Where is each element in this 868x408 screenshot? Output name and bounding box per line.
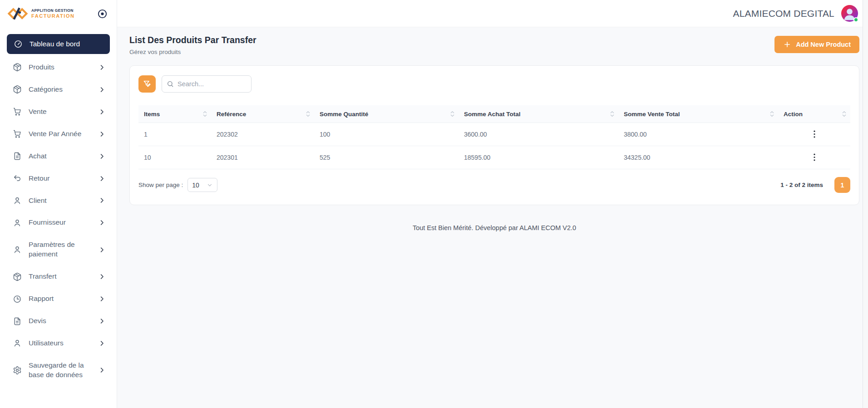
table-header-row: ItemsReférenceSomme QuantitéSomme Achat … (138, 105, 850, 123)
chevron-right-icon (99, 197, 105, 204)
sidebar-item-produits[interactable]: Produits (7, 56, 110, 79)
per-page-label: Show per page : (138, 182, 183, 188)
table-cell: 3600.00 (459, 123, 618, 146)
row-actions-button[interactable] (811, 129, 818, 139)
invoice-icon (13, 317, 22, 326)
target-icon (97, 9, 108, 19)
sidebar-item-label: Vente Par Année (29, 129, 92, 139)
invoice-icon (13, 152, 22, 161)
column-header-somme-vente-total[interactable]: Somme Vente Total (618, 105, 778, 123)
kebab-icon (814, 153, 815, 161)
sort-icon[interactable] (202, 110, 207, 118)
table-cell: 34325.00 (618, 146, 778, 169)
chevron-right-icon (99, 246, 105, 253)
plus-icon (783, 40, 791, 49)
column-header-somme-achat-total[interactable]: Somme Achat Total (459, 105, 618, 123)
sidebar-item-parametres-de-paiement[interactable]: Paramètres de paiement (7, 234, 110, 265)
sidebar-item-fournisseur[interactable]: Fournisseur (7, 211, 110, 234)
logo-mark-icon (7, 6, 28, 22)
sidebar-item-devis[interactable]: Devis (7, 310, 110, 332)
products-card: ItemsReférenceSomme QuantitéSomme Achat … (129, 65, 859, 205)
table-cell: 3800.00 (618, 123, 778, 146)
search-input[interactable] (162, 75, 252, 93)
sidebar-item-client[interactable]: Client (7, 190, 110, 212)
sidebar-item-vente-par-annee[interactable]: Vente Par Année (7, 123, 110, 145)
column-header-items[interactable]: Items (138, 105, 211, 123)
sidebar-item-label: Paramètres de paiement (29, 240, 92, 259)
sidebar-item-label: Vente (29, 107, 92, 117)
page-subtitle: Gérez vos produits (129, 49, 256, 55)
table-toolbar (138, 75, 850, 93)
per-page-value: 10 (192, 182, 199, 189)
table-row: 12023021003600.003800.00 (138, 123, 850, 146)
chevron-right-icon (99, 367, 105, 374)
sidebar-menu: Tableau de bordProduitsCatégoriesVenteVe… (0, 27, 117, 391)
column-label: Items (144, 111, 160, 118)
sidebar-item-label: Client (29, 196, 92, 206)
sidebar-item-vente[interactable]: Vente (7, 101, 110, 123)
table-cell: 100 (314, 123, 459, 146)
sidebar-item-tableau-de-bord[interactable]: Tableau de bord (7, 34, 110, 54)
sidebar-item-categories[interactable]: Catégories (7, 79, 110, 101)
user-icon (13, 218, 22, 227)
chevron-right-icon (99, 340, 105, 347)
sort-icon[interactable] (842, 110, 847, 118)
sidebar-item-sauvegarde-de-la-base-de-donnees[interactable]: Sauvegarde de la base de données (7, 354, 110, 386)
sidebar-item-retour[interactable]: Retour (7, 167, 110, 190)
row-actions-button[interactable] (811, 152, 818, 162)
page-1-button[interactable]: 1 (834, 177, 850, 193)
sidebar-item-label: Tableau de bord (30, 39, 104, 49)
chevron-right-icon (99, 273, 105, 280)
sidebar-item-utilisateurs[interactable]: Utilisateurs (7, 332, 110, 354)
clock-icon (13, 295, 22, 304)
package-icon (13, 272, 22, 281)
column-header-action[interactable]: Action (778, 105, 850, 123)
avatar[interactable] (841, 5, 858, 22)
kebab-icon (814, 130, 815, 138)
table-cell: 202301 (211, 146, 314, 169)
chevron-right-icon (99, 86, 105, 93)
sidebar-item-label: Catégories (29, 85, 92, 94)
search-icon (167, 80, 174, 88)
chevron-right-icon (99, 318, 105, 324)
chevron-right-icon (99, 153, 105, 160)
column-header-reference[interactable]: Reférence (211, 105, 314, 123)
table-cell: 18595.00 (459, 146, 618, 169)
page-scrollbar[interactable] (863, 0, 868, 408)
sort-icon[interactable] (306, 110, 311, 118)
sidebar: APPLITION GESTION FACTURATION Tableau de… (0, 0, 117, 408)
sort-icon[interactable] (450, 110, 455, 118)
page-header: List Des Produits Par Transfer Gérez vos… (129, 35, 859, 55)
sidebar-item-label: Devis (29, 316, 92, 326)
sidebar-item-rapport[interactable]: Rapport (7, 288, 110, 310)
filter-button[interactable] (138, 75, 156, 93)
chevron-right-icon (99, 175, 105, 182)
column-header-somme-quantite[interactable]: Somme Quantité (314, 105, 459, 123)
chevron-right-icon (99, 131, 105, 138)
topbar: ALAMIECOM DEGITAL (117, 0, 863, 27)
sidebar-item-label: Transfert (29, 272, 92, 281)
logo-text: APPLITION GESTION FACTURATION (31, 9, 75, 19)
user-icon (13, 196, 22, 205)
sort-icon[interactable] (769, 110, 774, 118)
logo-line2: FACTURATION (31, 13, 75, 19)
cart-icon (13, 129, 22, 138)
chevron-down-icon (207, 182, 213, 188)
chevron-right-icon (99, 64, 105, 71)
sidebar-toggle-button[interactable] (97, 8, 108, 19)
chevron-right-icon (99, 108, 105, 115)
table-head: ItemsReférenceSomme QuantitéSomme Achat … (138, 105, 850, 123)
app-logo[interactable]: APPLITION GESTION FACTURATION (7, 6, 75, 22)
sidebar-item-achat[interactable]: Achat (7, 145, 110, 167)
sidebar-item-label: Utilisateurs (29, 339, 92, 348)
sidebar-item-label: Achat (29, 152, 92, 161)
search-box (162, 75, 252, 93)
footer-text: Tout Est Bien Mérité. Développé par ALAM… (129, 224, 859, 231)
column-label: Somme Achat Total (464, 111, 521, 118)
dashboard-icon (14, 39, 23, 49)
add-new-product-button[interactable]: Add New Product (774, 36, 859, 53)
sort-icon[interactable] (610, 110, 615, 118)
per-page-select[interactable]: 10 (187, 178, 217, 192)
sidebar-item-transfert[interactable]: Transfert (7, 265, 110, 288)
page-title-block: List Des Produits Par Transfer Gérez vos… (129, 35, 256, 55)
